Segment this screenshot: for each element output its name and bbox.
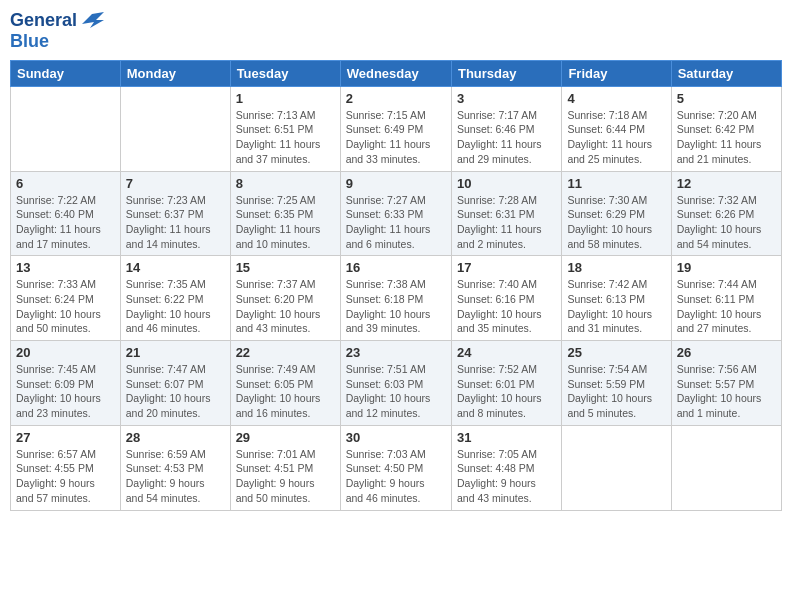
day-info: Sunrise: 7:18 AM Sunset: 6:44 PM Dayligh…: [567, 108, 665, 167]
calendar-day-cell: 27Sunrise: 6:57 AM Sunset: 4:55 PM Dayli…: [11, 425, 121, 510]
day-number: 20: [16, 345, 115, 360]
calendar-day-cell: 31Sunrise: 7:05 AM Sunset: 4:48 PM Dayli…: [451, 425, 561, 510]
day-number: 24: [457, 345, 556, 360]
calendar-day-cell: 10Sunrise: 7:28 AM Sunset: 6:31 PM Dayli…: [451, 171, 561, 256]
day-info: Sunrise: 6:57 AM Sunset: 4:55 PM Dayligh…: [16, 447, 115, 506]
calendar-day-cell: 12Sunrise: 7:32 AM Sunset: 6:26 PM Dayli…: [671, 171, 781, 256]
day-number: 13: [16, 260, 115, 275]
day-number: 12: [677, 176, 776, 191]
calendar-day-cell: 6Sunrise: 7:22 AM Sunset: 6:40 PM Daylig…: [11, 171, 121, 256]
calendar-day-cell: 21Sunrise: 7:47 AM Sunset: 6:07 PM Dayli…: [120, 341, 230, 426]
day-number: 27: [16, 430, 115, 445]
day-number: 4: [567, 91, 665, 106]
day-info: Sunrise: 7:13 AM Sunset: 6:51 PM Dayligh…: [236, 108, 335, 167]
calendar-day-cell: 25Sunrise: 7:54 AM Sunset: 5:59 PM Dayli…: [562, 341, 671, 426]
calendar-week-row: 1Sunrise: 7:13 AM Sunset: 6:51 PM Daylig…: [11, 86, 782, 171]
calendar-day-cell: 8Sunrise: 7:25 AM Sunset: 6:35 PM Daylig…: [230, 171, 340, 256]
day-number: 16: [346, 260, 446, 275]
day-info: Sunrise: 7:49 AM Sunset: 6:05 PM Dayligh…: [236, 362, 335, 421]
day-info: Sunrise: 7:22 AM Sunset: 6:40 PM Dayligh…: [16, 193, 115, 252]
svg-marker-0: [82, 12, 104, 28]
calendar-week-row: 6Sunrise: 7:22 AM Sunset: 6:40 PM Daylig…: [11, 171, 782, 256]
calendar-day-cell: 29Sunrise: 7:01 AM Sunset: 4:51 PM Dayli…: [230, 425, 340, 510]
calendar-day-cell: 22Sunrise: 7:49 AM Sunset: 6:05 PM Dayli…: [230, 341, 340, 426]
calendar-day-cell: 5Sunrise: 7:20 AM Sunset: 6:42 PM Daylig…: [671, 86, 781, 171]
day-info: Sunrise: 7:27 AM Sunset: 6:33 PM Dayligh…: [346, 193, 446, 252]
calendar-day-cell: 20Sunrise: 7:45 AM Sunset: 6:09 PM Dayli…: [11, 341, 121, 426]
day-info: Sunrise: 7:52 AM Sunset: 6:01 PM Dayligh…: [457, 362, 556, 421]
calendar-day-cell: 24Sunrise: 7:52 AM Sunset: 6:01 PM Dayli…: [451, 341, 561, 426]
day-header-thursday: Thursday: [451, 60, 561, 86]
day-header-monday: Monday: [120, 60, 230, 86]
calendar-day-cell: 13Sunrise: 7:33 AM Sunset: 6:24 PM Dayli…: [11, 256, 121, 341]
day-number: 19: [677, 260, 776, 275]
logo-line2: Blue: [10, 32, 104, 52]
day-number: 5: [677, 91, 776, 106]
day-info: Sunrise: 7:32 AM Sunset: 6:26 PM Dayligh…: [677, 193, 776, 252]
day-number: 22: [236, 345, 335, 360]
calendar-day-cell: 7Sunrise: 7:23 AM Sunset: 6:37 PM Daylig…: [120, 171, 230, 256]
day-number: 3: [457, 91, 556, 106]
logo: General Blue: [10, 10, 104, 52]
day-header-wednesday: Wednesday: [340, 60, 451, 86]
day-header-saturday: Saturday: [671, 60, 781, 86]
day-number: 11: [567, 176, 665, 191]
day-info: Sunrise: 7:45 AM Sunset: 6:09 PM Dayligh…: [16, 362, 115, 421]
day-number: 26: [677, 345, 776, 360]
day-header-friday: Friday: [562, 60, 671, 86]
day-number: 6: [16, 176, 115, 191]
calendar-day-cell: 23Sunrise: 7:51 AM Sunset: 6:03 PM Dayli…: [340, 341, 451, 426]
day-number: 25: [567, 345, 665, 360]
day-number: 15: [236, 260, 335, 275]
day-number: 21: [126, 345, 225, 360]
day-number: 30: [346, 430, 446, 445]
day-header-sunday: Sunday: [11, 60, 121, 86]
day-info: Sunrise: 7:44 AM Sunset: 6:11 PM Dayligh…: [677, 277, 776, 336]
calendar-day-cell: 2Sunrise: 7:15 AM Sunset: 6:49 PM Daylig…: [340, 86, 451, 171]
day-info: Sunrise: 7:40 AM Sunset: 6:16 PM Dayligh…: [457, 277, 556, 336]
day-number: 28: [126, 430, 225, 445]
calendar-day-cell: 16Sunrise: 7:38 AM Sunset: 6:18 PM Dayli…: [340, 256, 451, 341]
day-info: Sunrise: 7:30 AM Sunset: 6:29 PM Dayligh…: [567, 193, 665, 252]
page-header: General Blue: [10, 10, 782, 52]
calendar-week-row: 13Sunrise: 7:33 AM Sunset: 6:24 PM Dayli…: [11, 256, 782, 341]
calendar-day-cell: [120, 86, 230, 171]
day-info: Sunrise: 7:15 AM Sunset: 6:49 PM Dayligh…: [346, 108, 446, 167]
calendar-day-cell: 15Sunrise: 7:37 AM Sunset: 6:20 PM Dayli…: [230, 256, 340, 341]
calendar-header-row: SundayMondayTuesdayWednesdayThursdayFrid…: [11, 60, 782, 86]
day-info: Sunrise: 6:59 AM Sunset: 4:53 PM Dayligh…: [126, 447, 225, 506]
day-number: 7: [126, 176, 225, 191]
calendar-day-cell: 9Sunrise: 7:27 AM Sunset: 6:33 PM Daylig…: [340, 171, 451, 256]
day-info: Sunrise: 7:01 AM Sunset: 4:51 PM Dayligh…: [236, 447, 335, 506]
day-info: Sunrise: 7:05 AM Sunset: 4:48 PM Dayligh…: [457, 447, 556, 506]
calendar-day-cell: [11, 86, 121, 171]
day-info: Sunrise: 7:37 AM Sunset: 6:20 PM Dayligh…: [236, 277, 335, 336]
calendar-table: SundayMondayTuesdayWednesdayThursdayFrid…: [10, 60, 782, 511]
calendar-day-cell: [671, 425, 781, 510]
day-info: Sunrise: 7:20 AM Sunset: 6:42 PM Dayligh…: [677, 108, 776, 167]
calendar-week-row: 20Sunrise: 7:45 AM Sunset: 6:09 PM Dayli…: [11, 341, 782, 426]
day-number: 17: [457, 260, 556, 275]
logo-line1: General: [10, 10, 104, 32]
calendar-day-cell: 17Sunrise: 7:40 AM Sunset: 6:16 PM Dayli…: [451, 256, 561, 341]
day-number: 2: [346, 91, 446, 106]
day-info: Sunrise: 7:56 AM Sunset: 5:57 PM Dayligh…: [677, 362, 776, 421]
day-number: 9: [346, 176, 446, 191]
day-info: Sunrise: 7:17 AM Sunset: 6:46 PM Dayligh…: [457, 108, 556, 167]
calendar-day-cell: 30Sunrise: 7:03 AM Sunset: 4:50 PM Dayli…: [340, 425, 451, 510]
day-info: Sunrise: 7:38 AM Sunset: 6:18 PM Dayligh…: [346, 277, 446, 336]
calendar-day-cell: 11Sunrise: 7:30 AM Sunset: 6:29 PM Dayli…: [562, 171, 671, 256]
day-number: 23: [346, 345, 446, 360]
logo-bird-icon: [82, 10, 104, 32]
day-info: Sunrise: 7:33 AM Sunset: 6:24 PM Dayligh…: [16, 277, 115, 336]
calendar-day-cell: 18Sunrise: 7:42 AM Sunset: 6:13 PM Dayli…: [562, 256, 671, 341]
day-number: 31: [457, 430, 556, 445]
day-info: Sunrise: 7:54 AM Sunset: 5:59 PM Dayligh…: [567, 362, 665, 421]
day-info: Sunrise: 7:28 AM Sunset: 6:31 PM Dayligh…: [457, 193, 556, 252]
calendar-day-cell: [562, 425, 671, 510]
day-info: Sunrise: 7:03 AM Sunset: 4:50 PM Dayligh…: [346, 447, 446, 506]
day-info: Sunrise: 7:47 AM Sunset: 6:07 PM Dayligh…: [126, 362, 225, 421]
day-info: Sunrise: 7:25 AM Sunset: 6:35 PM Dayligh…: [236, 193, 335, 252]
day-info: Sunrise: 7:35 AM Sunset: 6:22 PM Dayligh…: [126, 277, 225, 336]
calendar-day-cell: 4Sunrise: 7:18 AM Sunset: 6:44 PM Daylig…: [562, 86, 671, 171]
